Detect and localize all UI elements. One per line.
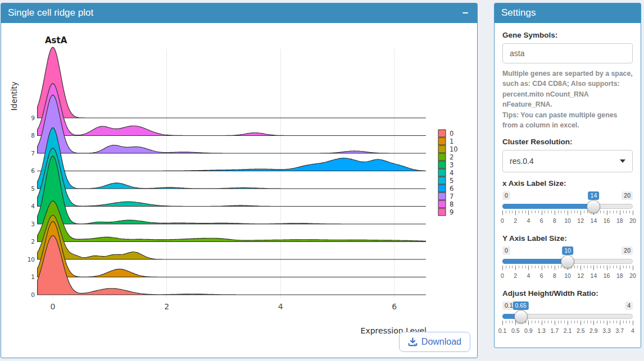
tick xyxy=(623,266,624,268)
y_axis_label_size-slider[interactable]: 0201002468101214161820 xyxy=(502,246,633,282)
y-axis-row-label: 0 xyxy=(31,291,35,298)
tick-label: 1.3 xyxy=(537,327,546,334)
tick xyxy=(580,211,581,215)
tick xyxy=(587,266,588,268)
tick xyxy=(626,266,627,268)
tick xyxy=(555,211,555,215)
tick-label: 16 xyxy=(604,272,610,279)
tick xyxy=(577,321,578,323)
tick xyxy=(515,211,516,215)
legend-label: 0 xyxy=(450,130,453,138)
tick-label: 20 xyxy=(629,272,636,279)
tick xyxy=(542,321,542,325)
tick-label: 2.9 xyxy=(589,327,598,334)
tick xyxy=(607,211,607,215)
legend-label: 10 xyxy=(450,145,458,153)
height_width_ratio-handle[interactable] xyxy=(514,310,528,323)
tick-label: 6 xyxy=(540,217,543,224)
settings-panel-title: Settings xyxy=(501,7,536,19)
tick xyxy=(564,211,565,213)
x_axis_label_size-fill xyxy=(502,204,593,209)
tick xyxy=(532,321,532,323)
chart-title: AstA xyxy=(45,35,67,45)
y-axis-row-label: 5 xyxy=(31,185,35,192)
tick xyxy=(580,321,581,325)
tick xyxy=(561,211,561,213)
tick xyxy=(558,211,559,213)
tick xyxy=(535,266,536,268)
tick xyxy=(535,211,536,213)
collapse-minus-icon[interactable]: − xyxy=(460,9,470,17)
cluster-resolution-select[interactable]: res.0.4 xyxy=(502,150,633,172)
x-axis-tick-label: 6 xyxy=(392,302,397,311)
legend-label: 7 xyxy=(450,193,453,200)
tick xyxy=(613,266,614,268)
y_axis_label_size-handle[interactable] xyxy=(561,255,574,268)
tick xyxy=(607,266,607,270)
y-axis-row-label: 1 xyxy=(31,273,35,280)
gene-symbols-input[interactable] xyxy=(502,43,633,63)
tick-label: 0.9 xyxy=(524,327,533,334)
tick-label: 4 xyxy=(631,327,634,334)
tick xyxy=(604,321,604,323)
settings-panel: Settings Gene Symbols: Multiple genes ar… xyxy=(494,3,641,348)
tick xyxy=(551,266,552,268)
tick xyxy=(548,211,548,213)
legend-label: 9 xyxy=(450,208,453,216)
tick xyxy=(623,321,624,323)
ridge-plot-body: 987654321010AstAIdentity0246Expression L… xyxy=(1,23,477,358)
tick xyxy=(535,321,536,323)
tick-label: 18 xyxy=(616,272,623,279)
tick xyxy=(509,266,510,268)
x_axis_label_size-max-label: 20 xyxy=(622,191,633,200)
y_axis_label_size-fill xyxy=(502,259,568,264)
tick xyxy=(509,321,510,323)
tick-label: 14 xyxy=(591,272,597,279)
tick xyxy=(574,211,575,213)
legend-label: 4 xyxy=(450,169,453,177)
tick xyxy=(551,321,552,323)
x_axis_label_size-handle[interactable] xyxy=(587,200,600,213)
tick-label: 3.3 xyxy=(602,327,611,334)
tick-label: 0.5 xyxy=(511,327,520,334)
tick xyxy=(620,211,620,215)
tick xyxy=(629,321,630,323)
height_width_ratio-slider[interactable]: 0.140.650.10.50.91.31.72.12.52.93.33.74 xyxy=(502,301,633,337)
ridge-plot-chart: 987654321010AstAIdentity0246Expression L… xyxy=(1,23,476,337)
tick xyxy=(548,321,548,323)
tick xyxy=(629,266,630,268)
tick xyxy=(587,211,588,213)
tick-label: 10 xyxy=(564,217,571,224)
tick xyxy=(600,321,601,323)
tick xyxy=(561,321,561,323)
tick xyxy=(571,321,572,323)
x_axis_label_size-slider[interactable]: 0201402468101214161820 xyxy=(502,191,633,227)
legend-label: 3 xyxy=(450,161,453,169)
chevron-down-icon xyxy=(620,159,625,163)
tick xyxy=(561,266,561,268)
tick xyxy=(525,211,526,213)
tick xyxy=(610,321,610,323)
y_axis_label_size-min-label: 0 xyxy=(502,246,510,255)
y_axis_label_size-max-label: 20 xyxy=(622,246,633,255)
y-axis-row-label: 6 xyxy=(31,167,35,174)
tick xyxy=(623,211,624,213)
tick xyxy=(502,266,503,270)
download-icon xyxy=(408,337,418,347)
height_width_ratio-max-label: 4 xyxy=(625,301,633,310)
tick xyxy=(528,266,529,270)
app-layout: Single cell ridge plot − 987654321010Ast… xyxy=(0,0,644,358)
download-button[interactable]: Download xyxy=(399,332,470,352)
legend-label: 6 xyxy=(450,185,453,193)
tick xyxy=(610,266,610,268)
tick xyxy=(555,266,555,270)
tick xyxy=(551,211,552,213)
x_axis_label_size-ticks xyxy=(502,211,633,216)
tick-label: 20 xyxy=(629,217,636,224)
tick xyxy=(600,211,601,213)
tick-label: 2 xyxy=(514,217,517,224)
tick xyxy=(626,211,627,213)
legend-label: 1 xyxy=(450,138,453,145)
tick xyxy=(620,321,620,325)
gene-symbols-help-line2: Tips: You can paste multiple genes from … xyxy=(502,110,633,131)
